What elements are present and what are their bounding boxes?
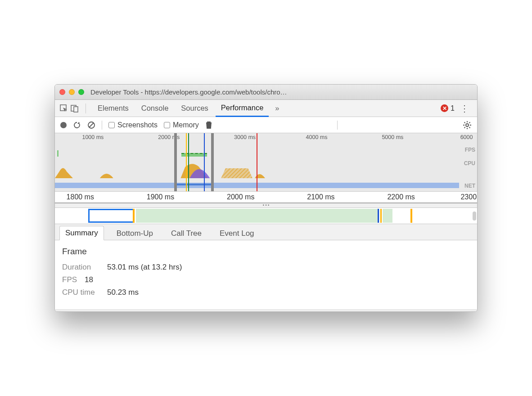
gear-icon[interactable] <box>463 121 472 130</box>
detail-tabbar: Summary Bottom-Up Call Tree Event Log <box>55 224 477 240</box>
clear-icon[interactable] <box>87 121 95 129</box>
summary-pane: Frame Duration 53.01 ms (at 13.2 hrs) FP… <box>55 240 477 310</box>
traffic-lights <box>59 89 84 95</box>
titlebar: Developer Tools - https://developers.goo… <box>55 85 477 100</box>
fps-track-label: FPS <box>465 147 475 153</box>
frame-marker <box>133 209 135 223</box>
window-title: Developer Tools - https://developers.goo… <box>90 88 473 96</box>
divider <box>337 121 338 130</box>
memory-checkbox[interactable]: Memory <box>164 121 199 129</box>
marker-line <box>186 133 187 191</box>
frame-block[interactable] <box>136 209 379 223</box>
detail-ruler[interactable]: 1800 ms 1900 ms 2000 ms 2100 ms 2200 ms … <box>55 192 477 203</box>
devtools-window: Developer Tools - https://developers.goo… <box>54 84 478 312</box>
net-track-label: NET <box>464 183 475 189</box>
frame-block[interactable] <box>55 209 88 223</box>
device-toggle-icon[interactable] <box>70 104 79 113</box>
tab-performance[interactable]: Performance <box>216 100 269 117</box>
cpu-time-value: 50.23 ms <box>107 288 139 297</box>
frames-track: 1812.6 ms 53.0 ms 250.2 ms <box>55 209 471 223</box>
close-icon[interactable] <box>59 89 65 95</box>
memory-label: Memory <box>173 121 199 129</box>
row-dots: • • • <box>55 203 477 208</box>
frame-marker <box>380 209 382 223</box>
tab-elements[interactable]: Elements <box>92 100 134 117</box>
reload-icon[interactable] <box>73 121 81 129</box>
cpu-track <box>55 160 477 178</box>
duration-value: 53.01 ms (at 13.2 hrs) <box>107 263 182 272</box>
ruler-tick: 2100 ms <box>307 193 334 201</box>
summary-row: Duration 53.01 ms (at 13.2 hrs) <box>62 263 470 272</box>
more-tabs-icon[interactable]: » <box>271 104 284 112</box>
error-icon: ✕ <box>441 104 448 112</box>
fps-bar <box>57 150 59 157</box>
ruler-tick: 3000 ms <box>234 134 256 140</box>
ruler-tick: 4000 ms <box>306 134 328 140</box>
main-tabbar: Elements Console Sources Performance » ✕… <box>55 100 477 117</box>
divider <box>86 104 86 113</box>
svg-rect-2 <box>74 107 78 112</box>
error-badge[interactable]: ✕ 1 <box>441 104 455 112</box>
ruler-tick: 2000 ms <box>227 193 254 201</box>
cpu-time-label: CPU time <box>62 288 103 297</box>
frames-row[interactable]: Frames 1812.6 ms 53.0 ms 250.2 ms <box>55 208 477 224</box>
error-count: 1 <box>451 104 455 112</box>
record-button[interactable] <box>60 122 67 128</box>
trash-icon[interactable] <box>205 121 212 129</box>
ruler-tick: 1900 ms <box>147 193 174 201</box>
ruler-tick: 6000 <box>460 134 473 140</box>
summary-row: FPS 18 <box>62 275 470 284</box>
footer-border <box>55 310 477 311</box>
tab-call-tree[interactable]: Call Tree <box>166 227 207 240</box>
fps-value: 18 <box>85 275 93 284</box>
ruler-tick: 1800 ms <box>67 193 94 201</box>
ruler-tick: 1000 ms <box>82 134 104 140</box>
ruler-tick: 2200 ms <box>387 193 415 201</box>
marker-line <box>257 133 257 191</box>
minimize-icon[interactable] <box>69 89 75 95</box>
overview-timeline[interactable]: 1000 ms 2000 ms 3000 ms 4000 ms 5000 ms … <box>55 133 477 192</box>
ruler-tick: 2300 <box>460 193 477 201</box>
frame-marker <box>378 209 379 223</box>
marker-line <box>188 133 189 191</box>
inspect-icon[interactable] <box>59 104 68 113</box>
kebab-menu-icon[interactable]: ⋮ <box>456 103 473 114</box>
screenshots-label: Screenshots <box>117 121 158 129</box>
fps-label: FPS <box>62 275 80 284</box>
checkbox-icon <box>108 122 115 128</box>
checkbox-icon <box>164 122 170 128</box>
perf-toolbar: Screenshots Memory <box>55 117 477 133</box>
frame-marker <box>410 209 412 223</box>
overview-ruler: 1000 ms 2000 ms 3000 ms 4000 ms 5000 ms … <box>55 133 477 142</box>
range-handle-left[interactable] <box>174 133 177 191</box>
maximize-icon[interactable] <box>78 89 84 95</box>
summary-title: Frame <box>62 247 470 256</box>
net-segment <box>176 184 212 185</box>
tab-bottom-up[interactable]: Bottom-Up <box>111 227 158 240</box>
divider <box>102 121 102 130</box>
range-handle-right[interactable] <box>211 133 214 191</box>
screenshots-checkbox[interactable]: Screenshots <box>108 121 158 129</box>
duration-label: Duration <box>62 263 103 272</box>
summary-row: CPU time 50.23 ms <box>62 288 470 297</box>
frame-selected[interactable] <box>88 209 134 223</box>
tab-console[interactable]: Console <box>136 100 174 117</box>
tab-event-log[interactable]: Event Log <box>214 227 260 240</box>
tab-sources[interactable]: Sources <box>176 100 214 117</box>
svg-line-4 <box>89 123 94 127</box>
frame-block[interactable] <box>383 209 392 223</box>
ruler-tick: 5000 ms <box>382 134 403 140</box>
marker-line <box>204 133 205 191</box>
scrollbar-thumb[interactable] <box>473 212 476 220</box>
tab-summary[interactable]: Summary <box>59 226 104 240</box>
svg-point-5 <box>466 124 469 126</box>
